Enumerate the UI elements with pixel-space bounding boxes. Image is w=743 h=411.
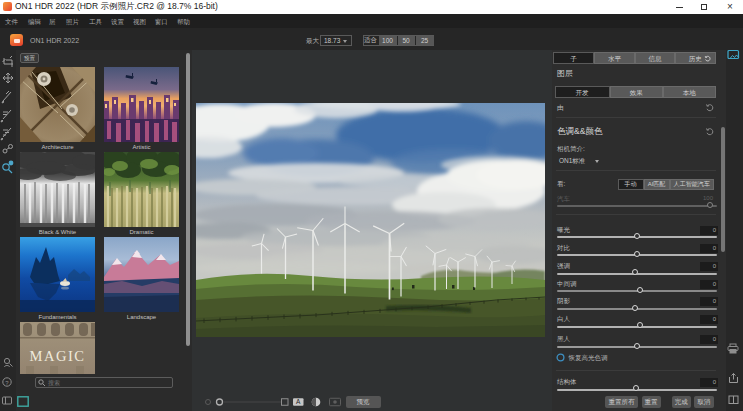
- svg-text:MAGIC: MAGIC: [30, 348, 86, 364]
- svg-text:?: ?: [5, 380, 9, 386]
- svg-text:A: A: [296, 398, 301, 405]
